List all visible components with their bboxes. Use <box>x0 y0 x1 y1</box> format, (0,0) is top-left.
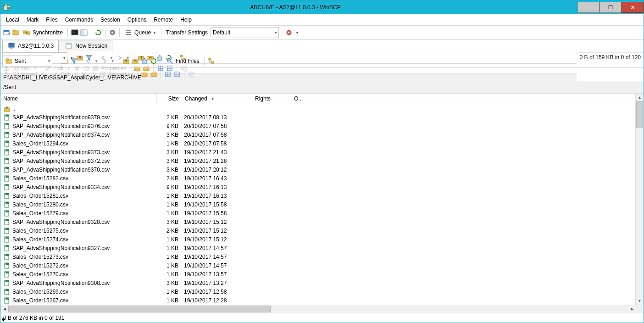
queue-button[interactable]: Queue ▼ <box>122 28 158 38</box>
back-icon[interactable] <box>84 57 92 65</box>
scroll-thumb[interactable] <box>8 306 271 312</box>
file-row[interactable]: XSales_Order15279.csv1 KB19/10/2017 15:5… <box>0 209 635 217</box>
file-changed: 19/10/2017 12:28 <box>181 297 251 304</box>
synchronize-button[interactable]: Synchronize <box>21 28 65 38</box>
remote-folder-select[interactable]: Sent <box>2 56 52 67</box>
forward-icon[interactable] <box>100 57 109 65</box>
file-size: 1 KB <box>156 201 181 208</box>
minimize-button[interactable]: — <box>577 2 600 13</box>
file-row[interactable]: XSAP_AdvaShippingNotification9328.csv3 K… <box>0 217 635 226</box>
col-name[interactable]: Name <box>0 94 157 104</box>
file-row[interactable]: XSAP_AdvaShippingNotification9374.csv3 K… <box>0 130 635 139</box>
file-row[interactable]: XSAP_AdvaShippingNotification9334.csv9 K… <box>0 183 635 191</box>
svg-text:>_: >_ <box>72 30 77 34</box>
synchronize-label: Synchronize <box>33 29 63 36</box>
download-icon[interactable] <box>2 70 11 78</box>
refresh-icon[interactable] <box>94 28 102 37</box>
file-row[interactable]: XSales_Order15270.csv1 KB19/10/2017 13:5… <box>0 270 635 278</box>
queue-label: Queue <box>134 29 151 36</box>
dropdown-icon[interactable]: ▼ <box>110 58 116 65</box>
svg-text:X: X <box>5 115 6 117</box>
file-row[interactable]: XSales_Order15275.csv2 KB19/10/2017 15:1… <box>0 226 635 235</box>
menu-files[interactable]: Files <box>42 15 61 24</box>
file-row[interactable]: XSAP_AdvaShippingNotification9378.csv2 K… <box>0 113 635 122</box>
menu-commands[interactable]: Commands <box>61 15 97 24</box>
scroll-right-icon[interactable]: ▶ <box>628 307 636 311</box>
file-name: SAP_AdvaShippingNotification9327.csv <box>12 245 110 251</box>
file-name: SAP_AdvaShippingNotification9328.csv <box>12 219 110 225</box>
file-row[interactable]: XSales_Order15273.csv1 KB19/10/2017 14:5… <box>0 252 635 261</box>
file-row[interactable]: XSales_Order15267.csv1 KB19/10/2017 12:2… <box>0 296 635 305</box>
file-changed: 19/10/2017 14:57 <box>181 254 251 260</box>
dropdown-icon[interactable]: ▼ <box>72 71 79 78</box>
scroll-down-icon[interactable]: ▼ <box>636 297 644 305</box>
file-row[interactable]: XSales_Order15294.csv1 KB20/10/2017 07:5… <box>0 139 635 148</box>
root-folder-icon[interactable] <box>131 57 139 65</box>
file-size: 3 KB <box>156 280 181 286</box>
file-row[interactable]: XSales_Order15282.csv2 KB19/10/2017 16:4… <box>0 174 635 183</box>
dropdown-icon[interactable]: ▼ <box>93 58 100 65</box>
refresh-icon[interactable] <box>150 57 158 65</box>
properties-icon[interactable] <box>98 70 106 78</box>
rename-icon[interactable] <box>89 70 97 78</box>
console-icon[interactable]: >_ <box>71 28 79 37</box>
scroll-thumb[interactable] <box>636 101 643 128</box>
remote-vscrollbar[interactable]: ▲ ▼ <box>635 94 644 305</box>
file-row[interactable]: XSales_Order15280.csv1 KB19/10/2017 15:5… <box>0 200 635 209</box>
col-owner[interactable]: O... <box>291 94 635 104</box>
dropdown-icon[interactable]: ▼ <box>125 55 131 61</box>
forward-icon[interactable] <box>116 54 124 62</box>
new-session-icon[interactable]: + <box>2 28 11 37</box>
scroll-up-icon[interactable]: ▲ <box>636 94 644 101</box>
menu-help[interactable]: Help <box>177 15 195 24</box>
close-button[interactable]: ✕ <box>622 2 644 13</box>
titlebar[interactable]: ARCHIVE - AS2@11.0.0.3 - WinSCP — ❐ ✕ <box>0 0 644 14</box>
remote-hscrollbar[interactable]: ◀ ▶ <box>0 305 644 313</box>
toggle-panel-icon[interactable] <box>80 28 88 37</box>
file-size: 1 KB <box>156 140 181 147</box>
menu-remote[interactable]: Remote <box>150 15 177 24</box>
file-row[interactable]: XSales_Order15281.csv1 KB19/10/2017 16:1… <box>0 191 635 200</box>
col-changed[interactable]: Changed▼ <box>182 94 252 104</box>
maximize-button[interactable]: ❐ <box>600 2 622 13</box>
copy-icon[interactable] <box>187 70 195 78</box>
transfer-settings-select[interactable]: Default <box>211 27 279 38</box>
transfer-options-icon[interactable] <box>285 28 293 37</box>
menu-local[interactable]: Local <box>2 15 23 24</box>
settings-icon[interactable] <box>108 28 117 37</box>
parent-dir-row[interactable]: .. <box>0 104 635 113</box>
open-folder-icon[interactable] <box>140 70 149 78</box>
file-row[interactable]: XSAP_AdvaShippingNotification9372.csv3 K… <box>0 156 635 165</box>
delete-icon[interactable] <box>80 70 88 78</box>
new-folder-icon[interactable]: * <box>150 70 158 78</box>
file-row[interactable]: XSAP_AdvaShippingNotification9327.csv1 K… <box>0 244 635 252</box>
select-all-icon[interactable] <box>164 70 172 78</box>
scroll-left-icon[interactable]: ◀ <box>0 307 8 311</box>
dropdown-icon[interactable]: ▼ <box>294 31 300 35</box>
file-row[interactable]: XSAP_AdvaShippingNotification9370.csv3 K… <box>0 165 635 174</box>
file-row[interactable]: XSales_Order15269.csv1 KB19/10/2017 12:5… <box>0 287 635 296</box>
file-row[interactable]: XSAP_AdvaShippingNotification9308.csv3 K… <box>0 278 635 287</box>
sites-icon[interactable] <box>11 28 20 37</box>
menu-options[interactable]: Options <box>124 15 150 24</box>
menu-session[interactable]: Session <box>97 15 124 24</box>
file-row[interactable]: XSales_Order15272.csv1 KB19/10/2017 14:5… <box>0 261 635 270</box>
file-size: 1 KB <box>156 271 181 278</box>
file-row[interactable]: XSAP_AdvaShippingNotification9376.csv9 K… <box>0 122 635 130</box>
file-changed: 19/10/2017 16:13 <box>181 193 251 199</box>
dropdown-icon[interactable]: ▼ <box>39 71 45 78</box>
col-rights[interactable]: Rights <box>252 94 291 104</box>
file-row[interactable]: XSales_Order15274.csv1 KB19/10/2017 15:1… <box>0 235 635 244</box>
session-tab-active[interactable]: AS2@11.0.0.3 <box>2 40 59 52</box>
col-size[interactable]: Size <box>157 94 182 104</box>
svg-text:X: X <box>5 193 6 195</box>
remote-path[interactable]: /Sent <box>0 81 644 94</box>
file-changed: 19/10/2017 15:12 <box>181 219 251 225</box>
home-icon[interactable] <box>140 57 149 65</box>
file-row[interactable]: XSAP_AdvaShippingNotification9373.csv3 K… <box>0 148 635 156</box>
edit-icon[interactable] <box>51 70 59 78</box>
file-name: Sales_Order15269.csv <box>12 289 68 295</box>
new-session-tab[interactable]: New Session <box>60 40 112 52</box>
menu-mark[interactable]: Mark <box>23 15 43 24</box>
tree-icon[interactable] <box>207 57 216 65</box>
